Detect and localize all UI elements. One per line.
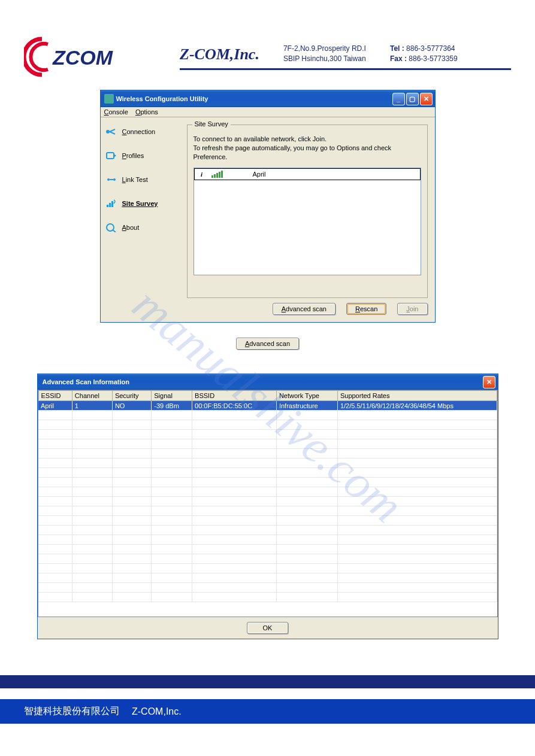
profiles-icon [105, 151, 117, 160]
sidebar: Connection Profiles Link Test Site Surve… [101, 117, 185, 322]
footer-company: Z-COM,Inc. [132, 706, 182, 717]
company-address: 7F-2,No.9.Prosperity RD.I SBIP Hsinchu,3… [283, 44, 366, 64]
main-panel: Site Survey To connect to an available n… [185, 117, 435, 322]
table-row-empty [38, 593, 497, 602]
company-contact: Tel : 886-3-5777364 Fax : 886-3-5773359 [390, 44, 458, 64]
scan-table[interactable]: ESSID Channel Security Signal BSSID Netw… [38, 390, 497, 602]
titlebar[interactable]: Wireless Configuration Utility _ ▢ ✕ [101, 90, 435, 107]
signal-icon [211, 171, 223, 178]
table-row-empty [38, 449, 497, 459]
footer-divider [0, 675, 535, 688]
document-header: ZCOM Z-COM,Inc. 7F-2,No.9.Prosperity RD.… [0, 0, 535, 78]
sidebar-item-label: Site Survey [122, 200, 158, 207]
svg-rect-5 [107, 205, 108, 207]
cell-net-type: Infrastructure [276, 401, 337, 411]
table-row-empty [38, 439, 497, 449]
table-row-empty [38, 583, 497, 593]
app-icon [104, 94, 114, 104]
connection-icon [105, 127, 117, 136]
table-row-empty [38, 545, 497, 554]
rescan-button[interactable]: Rescan [346, 303, 386, 315]
window-title: Wireless Configuration Utility [116, 95, 392, 102]
maximize-button[interactable]: ▢ [406, 93, 419, 105]
table-row-empty [38, 535, 497, 545]
table-row-empty [38, 497, 497, 506]
sidebar-item-link-test[interactable]: Link Test [105, 175, 180, 184]
advanced-scan-window: Advanced Scan Information ✕ ESSID Channe… [37, 374, 498, 639]
site-survey-group: Site Survey To connect to an available n… [187, 125, 428, 298]
logo: ZCOM [24, 36, 156, 78]
site-survey-icon [105, 199, 117, 208]
col-security[interactable]: Security [112, 391, 151, 401]
network-ssid: April [229, 171, 416, 178]
footer-cjk: 智捷科技股份有限公司 [24, 705, 120, 718]
cell-rates: 1/2/5.5/11/6/9/12/18/24/36/48/54 Mbps [337, 401, 497, 411]
table-row-empty [38, 554, 497, 564]
table-row-empty [38, 420, 497, 430]
cell-security: NO [112, 401, 151, 411]
ok-row: OK [38, 617, 498, 634]
svg-point-1 [106, 130, 110, 133]
sidebar-item-label: About [122, 224, 140, 231]
col-signal[interactable]: Signal [152, 391, 192, 401]
table-row-empty [38, 430, 497, 439]
table-row-empty [38, 516, 497, 526]
about-icon [105, 223, 117, 232]
table-row-empty [38, 459, 497, 468]
col-channel[interactable]: Channel [72, 391, 112, 401]
svg-rect-7 [111, 201, 113, 207]
sidebar-item-label: Link Test [122, 176, 148, 183]
table-row-empty [38, 526, 497, 535]
ok-button[interactable]: OK [247, 622, 289, 634]
table-row-empty [38, 573, 497, 583]
svg-point-4 [113, 178, 116, 181]
cell-channel: 1 [72, 401, 112, 411]
svg-text:ZCOM: ZCOM [52, 46, 113, 69]
cell-bssid: 00:0F:B5:DC:55:0C [192, 401, 277, 411]
group-legend: Site Survey [192, 120, 231, 127]
wireless-config-window: Wireless Configuration Utility _ ▢ ✕ Con… [100, 90, 436, 323]
sidebar-item-about[interactable]: About [105, 223, 180, 232]
sidebar-item-label: Connection [122, 128, 156, 135]
company-name: Z-COM,Inc. [180, 45, 259, 63]
sidebar-item-connection[interactable]: Connection [105, 127, 180, 136]
advanced-scan-button-standalone[interactable]: Advanced scan [236, 338, 299, 350]
help-text: To connect to an available network, clic… [194, 135, 421, 162]
table-row-empty [38, 487, 497, 497]
zcom-logo-icon: ZCOM [24, 36, 156, 78]
minimize-button[interactable]: _ [392, 93, 405, 105]
menu-bar: Console Options [101, 107, 435, 117]
sidebar-item-profiles[interactable]: Profiles [105, 151, 180, 160]
close-button[interactable]: ✕ [420, 93, 433, 105]
sidebar-item-site-survey[interactable]: Site Survey [105, 199, 180, 208]
scan-table-wrap: ESSID Channel Security Signal BSSID Netw… [38, 390, 498, 617]
network-list[interactable]: i April [194, 168, 421, 275]
table-row-empty [38, 478, 497, 487]
advanced-scan-button[interactable]: Advanced scan [273, 303, 335, 315]
svg-line-9 [113, 230, 116, 232]
col-network-type[interactable]: Network Type [276, 391, 337, 401]
col-bssid[interactable]: BSSID [192, 391, 277, 401]
svg-rect-2 [107, 153, 114, 159]
sidebar-item-label: Profiles [122, 152, 144, 159]
button-row: Advanced scan Rescan Join [187, 303, 428, 315]
cell-signal: -39 dBm [152, 401, 192, 411]
col-essid[interactable]: ESSID [38, 391, 72, 401]
svg-point-3 [107, 178, 110, 181]
close-button[interactable]: ✕ [483, 376, 495, 388]
header-info: Z-COM,Inc. 7F-2,No.9.Prosperity RD.I SBI… [180, 44, 511, 71]
cell-essid: April [38, 401, 72, 411]
col-supported-rates[interactable]: Supported Rates [337, 391, 497, 401]
table-row-empty [38, 564, 497, 573]
menu-options[interactable]: Options [135, 108, 158, 116]
join-button[interactable]: Join [397, 303, 427, 315]
link-test-icon [105, 175, 117, 184]
standalone-button-wrap: Advanced scan [0, 338, 535, 350]
window-title: Advanced Scan Information [43, 378, 483, 385]
menu-console[interactable]: Console [104, 108, 128, 116]
svg-rect-6 [109, 203, 111, 207]
table-row-empty [38, 468, 497, 478]
network-row[interactable]: i April [194, 168, 421, 180]
titlebar[interactable]: Advanced Scan Information ✕ [38, 374, 498, 390]
table-row[interactable]: April 1 NO -39 dBm 00:0F:B5:DC:55:0C Inf… [38, 401, 497, 411]
